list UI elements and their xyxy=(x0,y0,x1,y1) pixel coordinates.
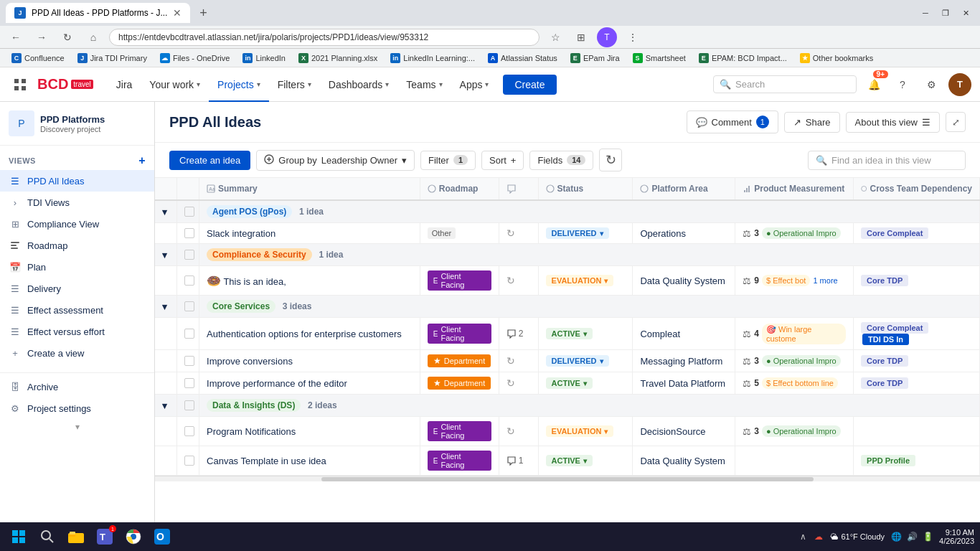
bookmark-linkedin-learning[interactable]: in LinkedIn Learning:... xyxy=(385,52,481,65)
bookmark-planning[interactable]: X 2021 Planning.xlsx xyxy=(293,52,383,65)
taskbar-file-explorer[interactable] xyxy=(63,524,89,550)
forward-button[interactable]: → xyxy=(32,27,52,47)
time-display[interactable]: 9:10 AM 4/26/2023 xyxy=(939,528,974,545)
auto-refresh-button[interactable]: ↻ xyxy=(599,149,622,171)
row-check[interactable] xyxy=(177,417,199,446)
sidebar-item-plan[interactable]: 📅 Plan xyxy=(0,256,154,278)
group-expand-cell[interactable]: ▾ xyxy=(155,395,177,417)
row-status[interactable]: EVALUATION ▾ xyxy=(538,266,633,296)
bookmark-epam-bcd[interactable]: E EPAM: BCD Impact... xyxy=(693,52,793,65)
filter-button[interactable]: Filter 1 xyxy=(420,151,476,170)
status-badge-active3[interactable]: ACTIVE ▾ xyxy=(546,455,593,466)
row-status[interactable]: ACTIVE ▾ xyxy=(538,318,633,350)
scroll-thumb[interactable] xyxy=(321,477,813,481)
bookmark-linkedin[interactable]: in LinkedIn xyxy=(237,52,291,65)
nav-teams[interactable]: Teams▾ xyxy=(397,67,451,102)
nav-filters[interactable]: Filters▾ xyxy=(269,67,320,102)
bookmark-epam-jira[interactable]: E EPam Jira xyxy=(565,52,626,65)
bookmark-confluence[interactable]: C Confluence xyxy=(6,52,70,65)
col-roadmap-header[interactable]: Roadmap xyxy=(420,178,499,200)
create-button[interactable]: Create xyxy=(503,75,556,95)
maximize-button[interactable]: ❐ xyxy=(937,4,954,22)
reload-button[interactable]: ↻ xyxy=(57,27,77,47)
nav-dashboards[interactable]: Dashboards▾ xyxy=(320,67,398,102)
row-check[interactable] xyxy=(177,223,199,244)
row-summary[interactable]: Improve performance of the editor xyxy=(199,372,420,395)
battery-icon[interactable]: 🔋 xyxy=(920,529,935,544)
nav-jira[interactable]: Jira xyxy=(108,67,141,102)
share-button[interactable]: ↗ Share xyxy=(784,112,840,133)
col-measurement-header[interactable]: Product Measurement xyxy=(735,178,854,200)
close-button[interactable]: ✕ xyxy=(957,4,974,22)
create-idea-button[interactable]: Create an idea xyxy=(169,151,250,170)
new-tab-button[interactable]: + xyxy=(193,3,213,23)
taskbar-search[interactable] xyxy=(34,524,60,550)
group-check-cell[interactable] xyxy=(177,244,199,266)
row-status[interactable]: ACTIVE ▾ xyxy=(538,372,633,395)
group-check-cell[interactable] xyxy=(177,296,199,318)
group-expand-cell[interactable]: ▾ xyxy=(155,244,177,266)
row-check[interactable] xyxy=(177,318,199,350)
url-input[interactable]: https://entdevbcdtravel.atlassian.net/ji… xyxy=(109,29,540,46)
browser-tab[interactable]: J PPD All Ideas - PPD Platforms - J... ✕ xyxy=(6,3,190,23)
status-badge-delivered[interactable]: DELIVERED ▾ xyxy=(546,227,609,239)
find-input[interactable]: 🔍 Find an idea in this view xyxy=(808,151,966,170)
row-summary[interactable]: Slack integration xyxy=(199,223,420,244)
row-summary[interactable]: Canvas Template in use idea xyxy=(199,446,420,476)
comment-button[interactable]: 💬 Comment 1 xyxy=(687,110,778,133)
status-badge-delivered2[interactable]: DELIVERED ▾ xyxy=(546,355,609,367)
bookmark-smartsheet[interactable]: S Smartsheet xyxy=(627,52,692,65)
row-check[interactable] xyxy=(177,266,199,296)
row-status[interactable]: EVALUATION ▾ xyxy=(538,417,633,446)
sidebar-item-ppd-all-ideas[interactable]: ☰ PPD All Ideas xyxy=(0,170,154,192)
sidebar-item-effect-assessment[interactable]: ☰ Effect assessment xyxy=(0,299,154,321)
group-by-button[interactable]: Group by Leadership Owner ▾ xyxy=(256,150,415,171)
extensions-button[interactable]: ⊞ xyxy=(571,27,591,47)
tray-up-arrow-icon[interactable]: ∧ xyxy=(796,529,810,544)
sidebar-item-effect-vs-effort[interactable]: ☰ Effect versus effort xyxy=(0,321,154,342)
home-button[interactable]: ⌂ xyxy=(83,27,103,47)
col-status-header[interactable]: Status xyxy=(538,178,633,200)
row-status[interactable]: ACTIVE ▾ xyxy=(538,446,633,476)
bcd-logo[interactable]: BCD travel xyxy=(37,76,93,93)
row-summary[interactable]: Improve conversions xyxy=(199,350,420,372)
row-summary[interactable]: Authentication options for enterprise cu… xyxy=(199,318,420,350)
nav-your-work[interactable]: Your work▾ xyxy=(141,67,209,102)
sidebar-item-roadmap[interactable]: Roadmap xyxy=(0,235,154,256)
row-status[interactable]: DELIVERED ▾ xyxy=(538,350,633,372)
col-dependency-header[interactable]: Cross Team Dependency xyxy=(854,178,980,200)
row-check[interactable] xyxy=(177,350,199,372)
status-badge-active[interactable]: ACTIVE ▾ xyxy=(546,328,593,339)
sidebar-item-settings[interactable]: ⚙ Project settings xyxy=(0,397,154,419)
group-expand-cell[interactable]: ▾ xyxy=(155,296,177,318)
bookmark-onedrive[interactable]: ☁ Files - OneDrive xyxy=(154,52,235,65)
sidebar-item-compliance-view[interactable]: ⊞ Compliance View xyxy=(0,213,154,235)
expand-button[interactable]: ⤢ xyxy=(946,112,966,132)
network-icon[interactable]: 🌐 xyxy=(889,529,903,544)
more-link[interactable]: 1 more xyxy=(813,276,837,285)
status-badge-evaluation2[interactable]: EVALUATION ▾ xyxy=(546,425,614,437)
col-comments-header[interactable] xyxy=(499,178,538,200)
nav-projects[interactable]: Projects▾ xyxy=(209,67,269,102)
bookmark-atlassian[interactable]: A Atlassian Status xyxy=(482,52,563,65)
sidebar-item-create-view[interactable]: + Create a view xyxy=(0,342,154,364)
bookmark-jira-tdi[interactable]: J Jira TDI Primary xyxy=(72,52,153,65)
back-button[interactable]: ← xyxy=(6,27,26,47)
app-grid-button[interactable] xyxy=(9,73,32,96)
row-check[interactable] xyxy=(177,372,199,395)
sidebar-item-delivery[interactable]: ☰ Delivery xyxy=(0,278,154,299)
speaker-icon[interactable]: 🔊 xyxy=(905,529,919,544)
tab-close-button[interactable]: ✕ xyxy=(173,7,182,19)
menu-button[interactable]: ⋮ xyxy=(623,27,643,47)
sort-button[interactable]: Sort + xyxy=(481,151,524,170)
row-summary[interactable]: 🍩 This is an idea, xyxy=(199,266,420,296)
group-expand-cell[interactable]: ▾ xyxy=(155,200,177,223)
fields-button[interactable]: Fields 14 xyxy=(529,151,593,170)
user-avatar[interactable]: T xyxy=(948,73,971,96)
profile-button[interactable]: T xyxy=(597,27,617,47)
status-badge-evaluation[interactable]: EVALUATION ▾ xyxy=(546,275,614,286)
settings-button[interactable]: ⚙ xyxy=(920,73,943,96)
col-platform-header[interactable]: Platform Area xyxy=(633,178,735,200)
start-button[interactable] xyxy=(6,524,32,550)
bookmark-other[interactable]: ★ Other bookmarks xyxy=(794,52,879,65)
